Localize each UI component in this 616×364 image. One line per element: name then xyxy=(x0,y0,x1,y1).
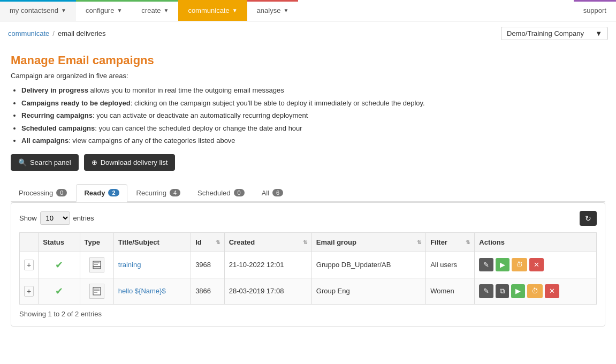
row2-title-link[interactable]: hello ${Name}$ xyxy=(118,287,166,295)
tab-recurring-label: Recurring xyxy=(136,189,166,197)
list-item-delivery: Delivery in progress allows you to monit… xyxy=(21,85,605,96)
row2-edit-button[interactable]: ✎ xyxy=(479,284,493,298)
breadcrumb-separator: / xyxy=(52,29,55,37)
tabs-bar: Processing 0 Ready 2 Recurring 4 Schedul… xyxy=(11,184,605,202)
nav-label-configure: configure xyxy=(86,6,114,14)
row1-schedule-button[interactable]: ⏱ xyxy=(512,258,527,271)
nav-label-analyse: analyse xyxy=(257,6,281,14)
list-item-ready: Campaigns ready to be deployed: clicking… xyxy=(21,98,605,109)
th-expand xyxy=(20,232,39,252)
svg-rect-0 xyxy=(93,261,101,267)
th-filter[interactable]: Filter ⇅ xyxy=(426,232,475,252)
tab-ready-label: Ready xyxy=(84,189,105,197)
breadcrumb: communicate / email deliveries xyxy=(8,29,106,37)
nav-arrow-create: ▼ xyxy=(163,7,169,13)
tab-recurring[interactable]: Recurring 4 xyxy=(128,184,188,201)
nav-item-support[interactable]: support xyxy=(574,0,616,21)
list-item-all: All campaigns: view campaigns of any of … xyxy=(21,135,605,146)
download-delivery-button[interactable]: ⊕ Download delivery list xyxy=(84,154,176,171)
row1-status-icon: ✔ xyxy=(55,260,63,270)
nav-item-communicate[interactable]: communicate ▼ xyxy=(178,0,247,21)
th-email-group[interactable]: Email group ⇅ xyxy=(311,232,425,252)
company-selector[interactable]: Demo/Training Company ▼ xyxy=(501,27,608,40)
row2-expand-icon[interactable]: + xyxy=(24,286,34,297)
th-type: Type xyxy=(80,232,113,252)
list-item-scheduled-text: : you can cancel the scheduled deploy or… xyxy=(95,124,302,132)
th-created[interactable]: Created ⇅ xyxy=(224,232,311,252)
row2-schedule-button[interactable]: ⏱ xyxy=(527,284,543,298)
nav-label-communicate: communicate xyxy=(188,6,229,14)
search-panel-label: Search panel xyxy=(30,158,71,166)
created-sort-icon: ⇅ xyxy=(303,239,307,245)
row2-delete-button[interactable]: ✕ xyxy=(545,284,559,298)
list-item-recurring-text: : you can activate or deactivate an auto… xyxy=(93,111,308,119)
row1-action-icons: ✎ ▶ ⏱ ✕ xyxy=(479,258,592,271)
tab-ready-badge: 2 xyxy=(108,189,119,196)
main-content: Manage Email campaigns Campaign are orga… xyxy=(0,46,616,335)
search-panel-button[interactable]: 🔍 Search panel xyxy=(11,154,79,171)
list-item-ready-bold: Campaigns ready to be deployed xyxy=(21,99,131,107)
table-controls: Show 10 25 50 100 entries ↻ xyxy=(19,211,597,226)
th-title: Title/Subject xyxy=(113,232,191,252)
table-row: + ✔ xyxy=(20,252,597,278)
row2-id-cell: 3866 xyxy=(191,278,225,304)
row2-copy-button[interactable]: ⧉ xyxy=(496,284,509,298)
nav-label-create: create xyxy=(141,6,161,14)
list-item-delivery-text: allows you to monitor in real time the o… xyxy=(88,86,284,94)
list-item-recurring-bold: Recurring campaigns xyxy=(21,111,93,119)
row1-delete-button[interactable]: ✕ xyxy=(529,258,544,271)
nav-arrow-mycontactsend: ▼ xyxy=(61,7,66,13)
list-item-all-bold: All campaigns xyxy=(21,136,69,145)
nav-arrow-communicate: ▼ xyxy=(232,7,238,13)
top-navigation: my contactsend ▼ configure ▼ create ▼ co… xyxy=(0,0,616,21)
refresh-button[interactable]: ↻ xyxy=(580,211,597,226)
list-item-all-text: : view campaigns of any of the categorie… xyxy=(69,136,235,145)
tab-processing-badge: 0 xyxy=(56,189,67,196)
tab-scheduled-badge: 0 xyxy=(234,189,245,196)
action-buttons: 🔍 Search panel ⊕ Download delivery list xyxy=(11,154,605,171)
nav-item-create[interactable]: create ▼ xyxy=(132,0,178,21)
company-select-arrow: ▼ xyxy=(595,29,602,37)
row2-expand-cell: + xyxy=(20,278,39,304)
nav-arrow-analyse: ▼ xyxy=(283,7,288,13)
row1-id-cell: 3968 xyxy=(191,252,225,278)
th-status: Status xyxy=(39,232,80,252)
row1-expand-icon[interactable]: + xyxy=(24,260,34,270)
breadcrumb-bar: communicate / email deliveries Demo/Trai… xyxy=(0,21,616,46)
row2-status-icon: ✔ xyxy=(55,286,63,297)
page-subtitle: Campaign are organized in five areas: xyxy=(11,72,605,80)
nav-item-configure[interactable]: configure ▼ xyxy=(76,0,132,21)
feature-list: Delivery in progress allows you to monit… xyxy=(21,85,605,146)
nav-item-analyse[interactable]: analyse ▼ xyxy=(247,0,299,21)
tab-ready[interactable]: Ready 2 xyxy=(76,184,127,202)
row1-edit-button[interactable]: ✎ xyxy=(479,258,493,271)
tab-scheduled-label: Scheduled xyxy=(197,189,230,197)
row2-actions-cell: ✎ ⧉ ▶ ⏱ ✕ xyxy=(475,278,597,304)
row1-title-link[interactable]: training xyxy=(118,261,141,269)
tab-processing[interactable]: Processing 0 xyxy=(11,184,75,201)
nav-item-mycontactsend[interactable]: my contactsend ▼ xyxy=(0,0,76,21)
tab-scheduled[interactable]: Scheduled 0 xyxy=(189,184,253,201)
th-id[interactable]: Id ⇅ xyxy=(191,232,225,252)
row2-deploy-button[interactable]: ▶ xyxy=(511,284,525,298)
row1-expand-cell: + xyxy=(20,252,39,278)
row2-created-cell: 28-03-2019 17:08 xyxy=(224,278,311,304)
breadcrumb-current: email deliveries xyxy=(58,29,106,37)
row2-action-icons: ✎ ⧉ ▶ ⏱ ✕ xyxy=(479,284,592,298)
list-item-delivery-bold: Delivery in progress xyxy=(21,86,88,94)
row1-filter-cell: All users xyxy=(426,252,475,278)
show-entries-control: Show 10 25 50 100 entries xyxy=(19,211,94,225)
table-footer-text: Showing 1 to 2 of 2 entries xyxy=(19,310,102,318)
nav-arrow-configure: ▼ xyxy=(117,7,122,13)
search-icon: 🔍 xyxy=(18,158,27,166)
svg-rect-1 xyxy=(93,267,101,269)
table-header-row: Status Type Title/Subject Id ⇅ Created ⇅… xyxy=(20,232,597,252)
list-item-recurring: Recurring campaigns: you can activate or… xyxy=(21,110,605,121)
row2-filter-cell: Women xyxy=(426,278,475,304)
row1-status-cell: ✔ xyxy=(39,252,80,278)
tab-all[interactable]: All 6 xyxy=(254,184,292,201)
breadcrumb-parent-link[interactable]: communicate xyxy=(8,29,49,37)
row2-title-cell: hello ${Name}$ xyxy=(113,278,191,304)
entries-select[interactable]: 10 25 50 100 xyxy=(40,211,70,225)
row1-deploy-button[interactable]: ▶ xyxy=(496,258,509,271)
